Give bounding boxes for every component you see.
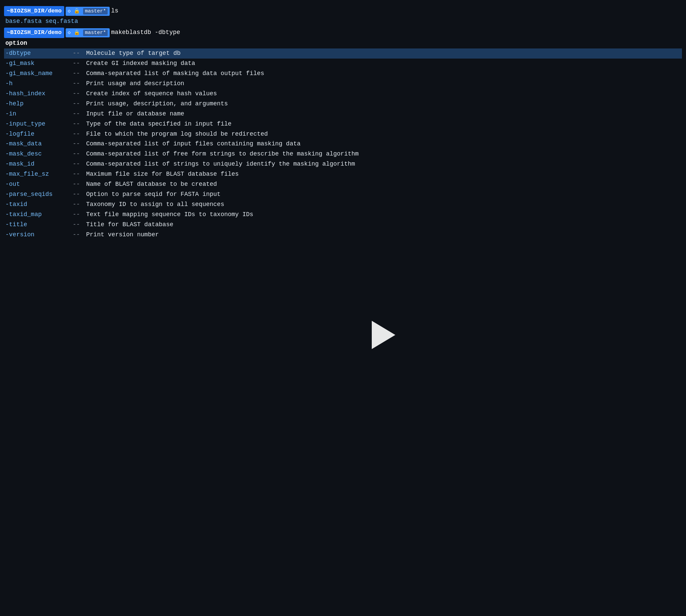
option-row: -logfile -- File to which the program lo… — [4, 129, 682, 139]
option-sep: -- — [73, 139, 86, 149]
option-desc: Maximum file size for BLAST database fil… — [86, 170, 239, 179]
option-row: -out -- Name of BLAST database to be cre… — [4, 179, 682, 190]
prompt-cmd-1: ls — [111, 6, 118, 16]
option-name: -taxid — [5, 200, 73, 210]
option-row: -mask_data -- Comma-separated list of in… — [4, 139, 682, 149]
option-sep: -- — [73, 210, 86, 219]
option-name: -in — [5, 109, 73, 119]
option-desc: Comma-separated list of strings to uniqu… — [86, 159, 355, 169]
option-sep: -- — [73, 159, 86, 169]
option-row: -gi_mask_name -- Comma-separated list of… — [4, 69, 682, 79]
option-name: -gi_mask_name — [5, 69, 73, 79]
option-sep: -- — [73, 69, 86, 79]
option-desc: Title for BLAST database — [86, 220, 173, 229]
option-desc: Type of the data specified in input file — [86, 119, 231, 129]
branch-label-1: master* — [83, 8, 108, 15]
play-triangle-icon — [372, 321, 395, 349]
option-desc: Create GI indexed masking data — [86, 59, 195, 68]
option-row: -h -- Print usage and description — [4, 79, 682, 89]
option-name: -mask_desc — [5, 150, 73, 159]
option-row: -gi_mask -- Create GI indexed masking da… — [4, 59, 682, 69]
prompt-dir-2: ~BIOZSH_DIR/demo — [4, 28, 64, 38]
option-sep: -- — [73, 109, 86, 119]
option-name: -version — [5, 230, 73, 240]
option-desc: Comma-separated list of input files cont… — [86, 139, 300, 149]
option-desc: Comma-separated list of masking data out… — [86, 69, 264, 79]
prompt-git-1: ◇ 🔒 master* — [66, 7, 110, 16]
option-desc: Create index of sequence hash values — [86, 89, 217, 98]
option-row: -mask_id -- Comma-separated list of stri… — [4, 159, 682, 169]
options-list: -dbtype -- Molecule type of target db-gi… — [4, 48, 682, 240]
prompt-git-2: ◇ 🔒 master* — [66, 28, 110, 37]
option-sep: -- — [73, 130, 86, 139]
option-desc: Print version number — [86, 230, 159, 240]
option-row: -help -- Print usage, description, and a… — [4, 99, 682, 109]
option-desc: Input file or database name — [86, 109, 184, 119]
option-sep: -- — [73, 59, 86, 68]
branch-label-2: master* — [83, 30, 108, 36]
option-desc: Taxonomy ID to assign to all sequences — [86, 200, 224, 210]
option-name: -taxid_map — [5, 210, 73, 219]
option-row: -parse_seqids -- Option to parse seqid f… — [4, 190, 682, 200]
prompt-line-2: ~BIOZSH_DIR/demo ◇ 🔒 master* makeblastdb… — [4, 28, 682, 38]
option-sep: -- — [73, 49, 86, 58]
option-row: -taxid -- Taxonomy ID to assign to all s… — [4, 200, 682, 210]
option-row: -dbtype -- Molecule type of target db — [4, 48, 682, 59]
option-desc: Molecule type of target db — [86, 49, 181, 58]
option-sep: -- — [73, 180, 86, 189]
option-sep: -- — [73, 89, 86, 98]
option-row: -mask_desc -- Comma-separated list of fr… — [4, 149, 682, 159]
option-name: -input_type — [5, 119, 73, 129]
option-name: -mask_data — [5, 139, 73, 149]
option-sep: -- — [73, 220, 86, 229]
option-name: -out — [5, 180, 73, 189]
option-sep: -- — [73, 230, 86, 240]
option-desc: Comma-separated list of free form string… — [86, 150, 359, 159]
option-desc: Option to parse seqid for FASTA input — [86, 190, 221, 199]
option-row: -input_type -- Type of the data specifie… — [4, 119, 682, 129]
option-row: -in -- Input file or database name — [4, 109, 682, 119]
option-row: -max_file_sz -- Maximum file size for BL… — [4, 169, 682, 179]
option-name: -gi_mask — [5, 59, 73, 68]
option-sep: -- — [73, 170, 86, 179]
option-name: -help — [5, 99, 73, 109]
option-name: -h — [5, 79, 73, 89]
option-row: -title -- Title for BLAST database — [4, 220, 682, 230]
option-sep: -- — [73, 119, 86, 129]
option-name: -dbtype — [5, 49, 73, 58]
play-button[interactable] — [370, 320, 397, 350]
option-header: option — [4, 39, 682, 48]
option-row: -version -- Print version number — [4, 230, 682, 240]
option-row: -taxid_map -- Text file mapping sequence… — [4, 210, 682, 220]
option-sep: -- — [73, 79, 86, 89]
option-sep: -- — [73, 150, 86, 159]
prompt-cmd-2: makeblastdb -dbtype — [111, 28, 180, 37]
file-list: base.fasta seq.fasta — [4, 17, 682, 26]
option-row: -hash_index -- Create index of sequence … — [4, 89, 682, 99]
option-name: -parse_seqids — [5, 190, 73, 199]
option-desc: Text file mapping sequence IDs to taxono… — [86, 210, 253, 219]
terminal: ~BIOZSH_DIR/demo ◇ 🔒 master* ls base.fas… — [0, 3, 686, 242]
option-sep: -- — [73, 190, 86, 199]
option-desc: Print usage and description — [86, 79, 184, 89]
prompt-dir-1: ~BIOZSH_DIR/demo — [4, 6, 64, 16]
option-sep: -- — [73, 200, 86, 210]
option-name: -hash_index — [5, 89, 73, 98]
option-name: -title — [5, 220, 73, 229]
option-name: -logfile — [5, 130, 73, 139]
option-desc: File to which the program log should be … — [86, 130, 268, 139]
option-name: -mask_id — [5, 159, 73, 169]
prompt-line-1: ~BIOZSH_DIR/demo ◇ 🔒 master* ls — [4, 6, 682, 16]
option-sep: -- — [73, 99, 86, 109]
option-desc: Name of BLAST database to be created — [86, 180, 217, 189]
option-desc: Print usage, description, and arguments — [86, 99, 228, 109]
option-name: -max_file_sz — [5, 170, 73, 179]
